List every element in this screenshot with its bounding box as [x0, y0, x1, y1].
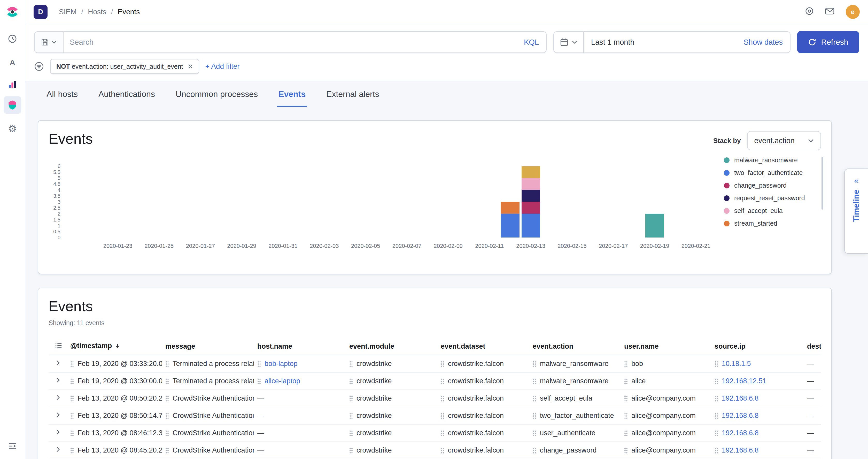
drag-handle-icon[interactable] [70, 412, 74, 419]
drag-handle-icon[interactable] [715, 360, 718, 367]
breadcrumb-item[interactable]: Hosts [88, 8, 106, 16]
drag-handle-icon[interactable] [624, 447, 628, 454]
drag-handle-icon[interactable] [715, 430, 718, 436]
add-filter-link[interactable]: + Add filter [206, 62, 240, 70]
events-histogram[interactable]: 00.511.522.533.544.555.56 2020-01-232020… [44, 154, 823, 268]
drag-handle-icon[interactable] [349, 377, 353, 384]
column-header-event.dataset[interactable]: event.dataset [438, 338, 530, 355]
drag-handle-icon[interactable] [70, 360, 74, 367]
drag-handle-icon[interactable] [715, 447, 718, 454]
drag-handle-icon[interactable] [624, 412, 628, 419]
column-header-user.name[interactable]: user.name [621, 338, 711, 355]
app-a-icon[interactable]: A [4, 54, 21, 71]
column-header-@timestamp[interactable]: @timestamp [67, 338, 162, 355]
kibana-logo[interactable] [6, 5, 19, 19]
column-header-destination.ip[interactable]: destination.ip [804, 338, 821, 355]
cell-value[interactable]: 192.168.6.8 [722, 412, 759, 420]
drag-handle-icon[interactable] [349, 412, 353, 419]
tab-events[interactable]: Events [277, 88, 307, 107]
drag-handle-icon[interactable] [441, 430, 444, 436]
expand-event-button[interactable] [49, 424, 67, 442]
expand-event-button[interactable] [49, 390, 67, 407]
drag-handle-icon[interactable] [349, 447, 353, 454]
help-icon[interactable] [805, 7, 814, 17]
cell-value[interactable]: alice-laptop [265, 377, 300, 385]
legend-item[interactable]: change_password [724, 179, 820, 192]
drag-handle-icon[interactable] [349, 395, 353, 402]
drag-handle-icon[interactable] [533, 430, 536, 436]
legend-item[interactable]: self_accept_eula [724, 205, 820, 217]
cell-value[interactable]: 192.168.6.8 [722, 394, 759, 402]
column-header-source.ip[interactable]: source.ip [711, 338, 804, 355]
column-header-event.module[interactable]: event.module [346, 338, 438, 355]
tab-authentications[interactable]: Authentications [97, 88, 157, 107]
cell-value[interactable]: 10.18.1.5 [722, 360, 751, 368]
drag-handle-icon[interactable] [533, 395, 536, 402]
management-gear-icon[interactable]: ⚙ [4, 120, 21, 137]
drag-handle-icon[interactable] [624, 430, 628, 436]
drag-handle-icon[interactable] [715, 377, 718, 384]
date-picker-button[interactable] [554, 32, 584, 53]
drag-handle-icon[interactable] [715, 395, 718, 402]
drag-handle-icon[interactable] [441, 412, 444, 419]
remove-filter-icon[interactable] [188, 64, 193, 69]
drag-handle-icon[interactable] [441, 360, 444, 367]
saved-query-button[interactable] [35, 32, 64, 53]
drag-handle-icon[interactable] [533, 447, 536, 454]
drag-handle-icon[interactable] [165, 360, 169, 367]
drag-handle-icon[interactable] [70, 395, 74, 402]
collapse-menu-icon[interactable] [4, 438, 21, 454]
drag-handle-icon[interactable] [165, 395, 169, 402]
cell-value[interactable]: 192.168.6.8 [722, 446, 759, 454]
kql-toggle[interactable]: KQL [517, 38, 546, 47]
expand-event-button[interactable] [49, 442, 67, 459]
drag-handle-icon[interactable] [257, 360, 261, 367]
drag-handle-icon[interactable] [349, 360, 353, 367]
drag-handle-icon[interactable] [715, 412, 718, 419]
drag-handle-icon[interactable] [70, 377, 74, 384]
search-input[interactable] [64, 38, 517, 47]
drag-handle-icon[interactable] [441, 377, 444, 384]
drag-handle-icon[interactable] [441, 395, 444, 402]
cell-value[interactable]: 192.168.6.8 [722, 429, 759, 437]
expand-event-button[interactable] [49, 355, 67, 372]
column-header-message[interactable]: message [162, 338, 254, 355]
legend-item[interactable]: two_factor_authenticate [724, 166, 820, 179]
timeline-toggle[interactable]: « Timeline [844, 169, 868, 254]
cell-value[interactable]: bob-laptop [265, 360, 298, 368]
drag-handle-icon[interactable] [441, 447, 444, 454]
filter-pill[interactable]: NOT event.action: user_activity_audit_ev… [50, 59, 199, 74]
expand-event-button[interactable] [49, 407, 67, 424]
tab-all-hosts[interactable]: All hosts [45, 88, 79, 107]
plot-area[interactable] [66, 166, 711, 238]
space-badge[interactable]: D [34, 5, 48, 19]
legend-scrollbar[interactable] [822, 157, 823, 210]
stack-by-select[interactable]: event.action [747, 131, 821, 150]
recently-viewed-icon[interactable] [4, 30, 21, 48]
legend-item[interactable]: user_authenticate [724, 230, 820, 232]
show-dates-link[interactable]: Show dates [736, 38, 790, 47]
tab-uncommon-processes[interactable]: Uncommon processes [174, 88, 259, 107]
legend-item[interactable]: malware_ransomware [724, 154, 820, 166]
drag-handle-icon[interactable] [165, 412, 169, 419]
drag-handle-icon[interactable] [165, 430, 169, 436]
drag-handle-icon[interactable] [165, 447, 169, 454]
drag-handle-icon[interactable] [533, 377, 536, 384]
drag-handle-icon[interactable] [70, 447, 74, 454]
fields-browser-icon[interactable] [49, 338, 67, 355]
drag-handle-icon[interactable] [533, 360, 536, 367]
user-avatar[interactable]: e [846, 5, 860, 19]
refresh-button[interactable]: Refresh [797, 31, 859, 53]
legend-item[interactable]: stream_started [724, 217, 820, 230]
filter-options-icon[interactable] [34, 62, 44, 71]
newsfeed-icon[interactable] [825, 7, 834, 17]
expand-event-button[interactable] [49, 372, 67, 390]
security-app-icon[interactable] [4, 96, 21, 114]
time-range-label[interactable]: Last 1 month [584, 38, 736, 47]
drag-handle-icon[interactable] [533, 412, 536, 419]
drag-handle-icon[interactable] [349, 430, 353, 436]
column-header-event.action[interactable]: event.action [530, 338, 621, 355]
drag-handle-icon[interactable] [257, 377, 261, 384]
drag-handle-icon[interactable] [70, 430, 74, 436]
legend-item[interactable]: request_reset_password [724, 192, 820, 205]
